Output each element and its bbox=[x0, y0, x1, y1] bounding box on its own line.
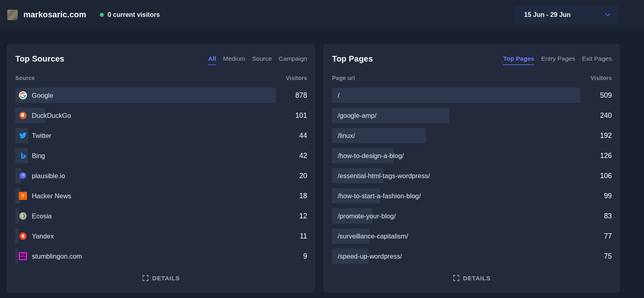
table-row[interactable]: Bing42 bbox=[15, 148, 307, 163]
row-value: 126 bbox=[586, 152, 612, 160]
row-value: 18 bbox=[281, 192, 307, 200]
row-bar-area: /speed-up-wordpress/ bbox=[332, 249, 580, 264]
row-bar-area: Ecosia bbox=[15, 208, 276, 224]
sources-details-button[interactable]: DETAILS bbox=[15, 271, 307, 286]
svg-text:Я: Я bbox=[21, 234, 25, 238]
table-row[interactable]: /how-to-start-a-fashion-blog/99 bbox=[332, 188, 612, 203]
table-row[interactable]: /surveillance-capitalism/77 bbox=[332, 228, 612, 244]
current-visitors-label: 0 current visitors bbox=[107, 11, 160, 18]
row-value: 83 bbox=[586, 212, 612, 220]
row-label: /google-amp/ bbox=[338, 112, 376, 119]
table-row[interactable]: stumblingon.com9 bbox=[15, 249, 307, 264]
details-label: DETAILS bbox=[152, 275, 180, 282]
date-range-label: 15 Jun - 29 Jun bbox=[524, 11, 571, 18]
top-sources-tabs: AllMediumSourceCampaign bbox=[208, 55, 307, 65]
tab-exit-pages[interactable]: Exit Pages bbox=[582, 55, 612, 65]
row-bar-area: Twitter bbox=[15, 128, 276, 143]
row-bar-area: /promote-your-blog/ bbox=[332, 208, 580, 224]
row-bar-area: /linux/ bbox=[332, 128, 580, 143]
table-row[interactable]: /how-to-design-a-blog/126 bbox=[332, 148, 612, 163]
table-row[interactable]: /speed-up-wordpress/75 bbox=[332, 249, 612, 264]
live-dot-icon bbox=[100, 13, 104, 17]
row-bar-area: Bing bbox=[15, 148, 276, 163]
tab-medium[interactable]: Medium bbox=[223, 55, 245, 65]
table-row[interactable]: ЯYandex11 bbox=[15, 228, 307, 244]
row-value: 240 bbox=[586, 111, 612, 120]
row-label: /how-to-start-a-fashion-blog/ bbox=[338, 192, 421, 200]
row-bar-area: /essential-html-tags-wordpress/ bbox=[332, 168, 580, 183]
row-bar-area: Google bbox=[15, 88, 276, 103]
row-value: 192 bbox=[586, 132, 612, 140]
stumblingon-favicon bbox=[19, 252, 27, 260]
row-label: DuckDuckGo bbox=[32, 112, 71, 119]
expand-icon bbox=[453, 275, 459, 281]
column-header-page-url: Page url bbox=[332, 75, 355, 81]
tab-source[interactable]: Source bbox=[252, 55, 272, 65]
tab-entry-pages[interactable]: Entry Pages bbox=[541, 55, 575, 65]
table-row[interactable]: /509 bbox=[332, 88, 612, 103]
dashboard-content: Top Sources AllMediumSourceCampaign Sour… bbox=[0, 29, 644, 293]
row-label: /speed-up-wordpress/ bbox=[338, 253, 402, 260]
row-label: Ecosia bbox=[32, 212, 52, 220]
table-row[interactable]: plausible.io20 bbox=[15, 168, 307, 183]
yandex-favicon: Я bbox=[19, 232, 27, 240]
row-value: 101 bbox=[281, 111, 307, 120]
site-name: markosaric.com bbox=[23, 10, 86, 19]
row-value: 9 bbox=[281, 252, 307, 261]
table-row[interactable]: /promote-your-blog/83 bbox=[332, 208, 612, 224]
plausible-favicon bbox=[19, 172, 27, 180]
top-pages-list: /509/google-amp/240/linux/192/how-to-des… bbox=[332, 88, 612, 269]
row-label: Google bbox=[32, 92, 53, 99]
tab-all[interactable]: All bbox=[208, 55, 216, 65]
row-value: 11 bbox=[281, 232, 307, 240]
row-label: stumblingon.com bbox=[32, 253, 82, 260]
top-sources-title: Top Sources bbox=[15, 54, 64, 64]
row-value: 44 bbox=[281, 132, 307, 140]
row-label: / bbox=[338, 92, 340, 99]
date-range-picker[interactable]: 15 Jun - 29 Jun bbox=[514, 6, 618, 24]
table-row[interactable]: Google878 bbox=[15, 88, 307, 103]
row-label: /how-to-design-a-blog/ bbox=[338, 152, 404, 160]
table-row[interactable]: DuckDuckGo101 bbox=[15, 108, 307, 123]
column-header-visitors: Visitors bbox=[590, 75, 612, 81]
table-row[interactable]: /linux/192 bbox=[332, 128, 612, 143]
row-value: 20 bbox=[281, 172, 307, 180]
top-pages-panel: Top Pages Top PagesEntry PagesExit Pages… bbox=[323, 44, 620, 293]
details-label: DETAILS bbox=[463, 275, 491, 282]
row-label: Bing bbox=[32, 152, 45, 160]
row-bar-area: ЯYandex bbox=[15, 228, 276, 244]
table-row[interactable]: Twitter44 bbox=[15, 128, 307, 143]
pages-details-button[interactable]: DETAILS bbox=[332, 271, 612, 286]
column-header-source: Source bbox=[15, 75, 35, 81]
row-bar-area: /how-to-start-a-fashion-blog/ bbox=[332, 188, 580, 203]
row-value: 878 bbox=[281, 91, 307, 100]
current-visitors[interactable]: 0 current visitors bbox=[100, 11, 160, 18]
row-bar-area: /how-to-design-a-blog/ bbox=[332, 148, 580, 163]
site-favicon bbox=[7, 10, 18, 20]
row-value: 42 bbox=[281, 152, 307, 160]
google-favicon bbox=[19, 91, 27, 99]
hackernews-favicon bbox=[19, 192, 27, 200]
row-value: 106 bbox=[586, 172, 612, 180]
row-label: /promote-your-blog/ bbox=[338, 212, 396, 220]
row-bar-area: plausible.io bbox=[15, 168, 276, 183]
expand-icon bbox=[142, 275, 149, 281]
ecosia-favicon bbox=[19, 212, 27, 220]
row-value: 75 bbox=[586, 252, 612, 261]
table-row[interactable]: Ecosia12 bbox=[15, 208, 307, 224]
tab-campaign[interactable]: Campaign bbox=[279, 55, 307, 65]
row-value: 509 bbox=[586, 91, 612, 100]
top-sources-panel: Top Sources AllMediumSourceCampaign Sour… bbox=[6, 44, 315, 293]
table-row[interactable]: /essential-html-tags-wordpress/106 bbox=[332, 168, 612, 183]
table-row[interactable]: /google-amp/240 bbox=[332, 108, 612, 123]
row-bar-area: / bbox=[332, 88, 580, 103]
bing-favicon bbox=[19, 152, 27, 160]
row-value: 77 bbox=[586, 232, 612, 240]
row-label: /surveillance-capitalism/ bbox=[338, 232, 408, 240]
row-bar-area: /google-amp/ bbox=[332, 108, 580, 123]
column-header-visitors: Visitors bbox=[286, 75, 307, 81]
tab-top-pages[interactable]: Top Pages bbox=[503, 55, 534, 65]
chevron-down-icon bbox=[604, 11, 612, 19]
twitter-favicon bbox=[19, 132, 27, 140]
table-row[interactable]: Hacker News18 bbox=[15, 188, 307, 203]
